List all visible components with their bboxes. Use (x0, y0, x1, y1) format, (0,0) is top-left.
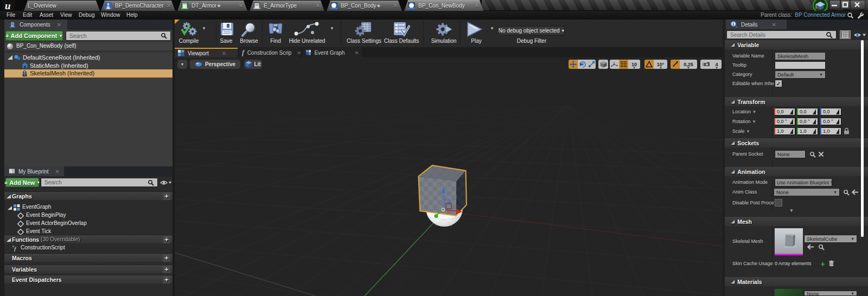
svg-text:u: u (5, 0, 11, 11)
svg-text:f: f (14, 246, 17, 252)
